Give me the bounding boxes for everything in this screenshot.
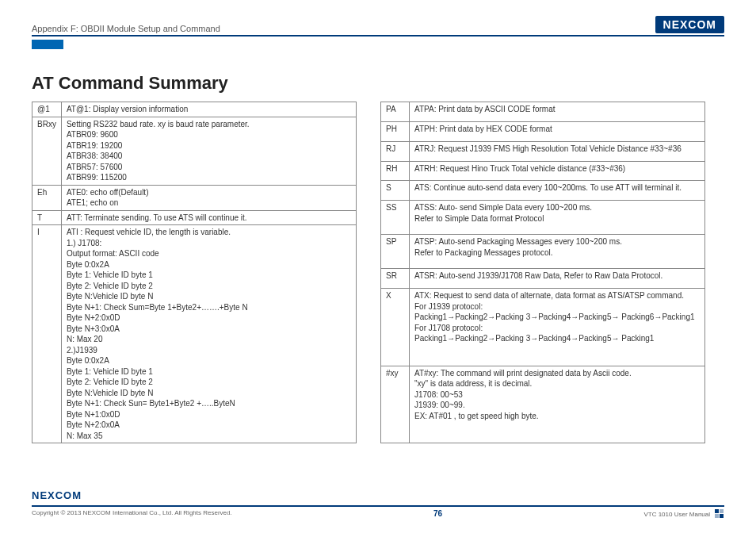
blue-accent <box>32 40 63 49</box>
command-desc: ATRH: Request Hino Truck Total vehicle d… <box>410 161 705 181</box>
command-desc: ATPH: Print data by HEX CODE format <box>410 121 705 141</box>
command-code: RJ <box>381 141 410 161</box>
command-desc: ATRJ: Request J1939 FMS High Resolution … <box>410 141 705 161</box>
command-code: #xy <box>381 366 410 443</box>
command-desc: Setting RS232 baud rate. xy is baud rate… <box>61 117 356 185</box>
footer-logo: NEXCOM <box>32 489 82 501</box>
manual-name: VTC 1010 User Manual <box>643 511 710 518</box>
command-code: S <box>381 181 410 201</box>
table-row: @1AT@1: Display version information <box>32 102 357 117</box>
command-desc: ATX: Request to send data of alternate, … <box>410 289 705 366</box>
page-header: Appendix F: OBDII Module Setup and Comma… <box>32 16 724 36</box>
table-row: IATI : Request vehicle ID, the length is… <box>32 225 357 443</box>
command-code: RH <box>381 161 410 181</box>
table-row: TATT: Terminate sending. To use ATS will… <box>32 210 357 225</box>
command-code: I <box>32 225 62 443</box>
command-desc: ATPA: Print data by ASCII CODE format <box>410 102 705 122</box>
command-table-right: PAATPA: Print data by ASCII CODE formatP… <box>380 102 705 443</box>
table-row: #xyAT#xy: The command will print designa… <box>381 366 705 443</box>
command-table-left: @1AT@1: Display version informationBRxyS… <box>32 102 357 443</box>
command-code: PA <box>381 102 410 122</box>
tables-container: @1AT@1: Display version informationBRxyS… <box>32 102 724 443</box>
table-row: SRATSR: Auto-send J1939/J1708 Raw Data, … <box>381 269 705 289</box>
appendix-title: Appendix F: OBDII Module Setup and Comma… <box>32 24 220 33</box>
command-desc: ATI : Request vehicle ID, the length is … <box>61 225 356 443</box>
command-code: T <box>32 210 62 225</box>
command-desc: ATS: Continue auto-send data every 100~2… <box>410 181 705 201</box>
table-row: SSATSS: Auto- send Simple Data every 100… <box>381 201 705 235</box>
command-code: SP <box>381 235 410 269</box>
table-row: PAATPA: Print data by ASCII CODE format <box>381 102 705 122</box>
command-code: @1 <box>32 102 62 117</box>
grid-icon <box>715 509 724 519</box>
command-desc: ATSS: Auto- send Simple Data every 100~2… <box>410 201 705 235</box>
page-footer: NEXCOM Copyright © 2013 NEXCOM Internati… <box>32 505 724 519</box>
table-row: RHATRH: Request Hino Truck Total vehicle… <box>381 161 705 181</box>
command-code: X <box>381 289 410 366</box>
footer-line <box>32 505 724 507</box>
table-row: PHATPH: Print data by HEX CODE format <box>381 121 705 141</box>
page-number: 76 <box>433 509 442 519</box>
copyright-text: Copyright © 2013 NEXCOM International Co… <box>32 509 232 519</box>
table-row: EhATE0: echo off(Default)ATE1; echo on <box>32 185 357 210</box>
command-code: PH <box>381 121 410 141</box>
table-row: SATS: Continue auto-send data every 100~… <box>381 181 705 201</box>
command-desc: ATT: Terminate sending. To use ATS will … <box>61 210 356 225</box>
page-title: AT Command Summary <box>32 73 724 94</box>
logo-nexcom: NEXCOM <box>655 16 724 33</box>
table-row: SPATSP: Auto-send Packaging Messages eve… <box>381 235 705 269</box>
command-desc: AT#xy: The command will print designated… <box>410 366 705 443</box>
table-row: BRxySetting RS232 baud rate. xy is baud … <box>32 117 357 185</box>
table-row: XATX: Request to send data of alternate,… <box>381 289 705 366</box>
command-desc: ATSR: Auto-send J1939/J1708 Raw Data, Re… <box>410 269 705 289</box>
command-code: SS <box>381 201 410 235</box>
command-code: Eh <box>32 185 62 210</box>
table-row: RJATRJ: Request J1939 FMS High Resolutio… <box>381 141 705 161</box>
command-code: SR <box>381 269 410 289</box>
command-code: BRxy <box>32 117 62 185</box>
command-desc: AT@1: Display version information <box>61 102 356 117</box>
command-desc: ATSP: Auto-send Packaging Messages every… <box>410 235 705 269</box>
command-desc: ATE0: echo off(Default)ATE1; echo on <box>61 185 356 210</box>
